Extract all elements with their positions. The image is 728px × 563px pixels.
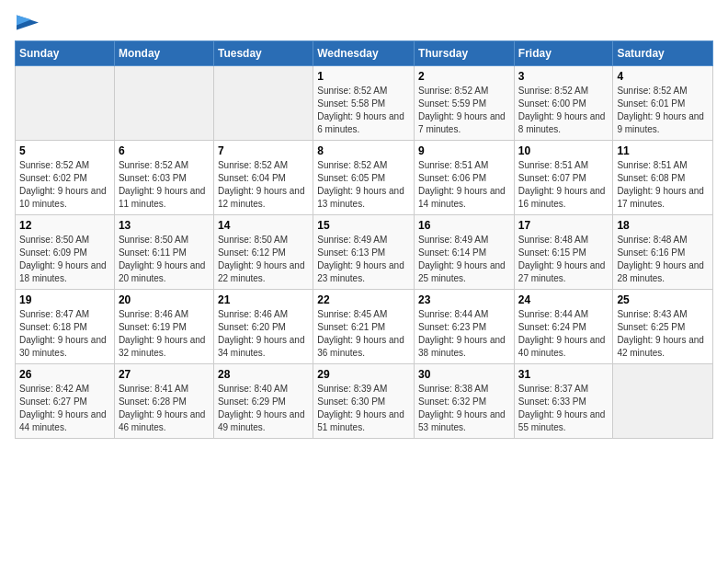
- calendar-cell: 3Sunrise: 8:52 AM Sunset: 6:00 PM Daylig…: [514, 66, 613, 141]
- calendar-week-row: 19Sunrise: 8:47 AM Sunset: 6:18 PM Dayli…: [16, 290, 713, 364]
- logo-flag-icon: [17, 15, 39, 33]
- calendar-cell: 29Sunrise: 8:39 AM Sunset: 6:30 PM Dayli…: [313, 364, 415, 439]
- weekday-header: Wednesday: [313, 41, 415, 66]
- calendar-cell: 6Sunrise: 8:52 AM Sunset: 6:03 PM Daylig…: [114, 141, 213, 215]
- day-info: Sunrise: 8:52 AM Sunset: 5:59 PM Dayligh…: [418, 85, 510, 136]
- day-info: Sunrise: 8:51 AM Sunset: 6:06 PM Dayligh…: [418, 159, 510, 211]
- day-number: 21: [218, 293, 309, 306]
- weekday-header: Monday: [114, 41, 213, 66]
- day-number: 20: [119, 293, 210, 306]
- day-number: 2: [418, 70, 510, 83]
- calendar-cell: 10Sunrise: 8:51 AM Sunset: 6:07 PM Dayli…: [514, 141, 613, 215]
- day-number: 30: [418, 368, 510, 381]
- day-number: 13: [119, 219, 210, 232]
- day-info: Sunrise: 8:37 AM Sunset: 6:33 PM Dayligh…: [518, 383, 609, 434]
- weekday-header: Friday: [514, 41, 613, 66]
- day-number: 31: [518, 368, 609, 381]
- day-info: Sunrise: 8:49 AM Sunset: 6:14 PM Dayligh…: [418, 234, 510, 285]
- day-number: 23: [418, 293, 510, 306]
- day-number: 15: [317, 219, 410, 232]
- day-info: Sunrise: 8:45 AM Sunset: 6:21 PM Dayligh…: [317, 308, 410, 360]
- weekday-header: Saturday: [613, 41, 713, 66]
- day-number: 10: [518, 144, 609, 157]
- calendar-cell: 9Sunrise: 8:51 AM Sunset: 6:06 PM Daylig…: [415, 141, 515, 215]
- day-number: 7: [218, 144, 309, 157]
- day-number: 27: [119, 368, 210, 381]
- weekday-header: Sunday: [16, 41, 115, 66]
- calendar-week-row: 5Sunrise: 8:52 AM Sunset: 6:02 PM Daylig…: [16, 141, 713, 215]
- day-info: Sunrise: 8:38 AM Sunset: 6:32 PM Dayligh…: [418, 383, 510, 434]
- day-info: Sunrise: 8:52 AM Sunset: 6:05 PM Dayligh…: [317, 159, 410, 211]
- day-number: 29: [317, 368, 410, 381]
- calendar-cell: 7Sunrise: 8:52 AM Sunset: 6:04 PM Daylig…: [213, 141, 313, 215]
- calendar-cell: [114, 66, 213, 141]
- calendar-week-row: 26Sunrise: 8:42 AM Sunset: 6:27 PM Dayli…: [16, 364, 713, 439]
- calendar-cell: 25Sunrise: 8:43 AM Sunset: 6:25 PM Dayli…: [613, 290, 713, 364]
- day-info: Sunrise: 8:48 AM Sunset: 6:16 PM Dayligh…: [617, 234, 709, 285]
- day-number: 11: [617, 144, 709, 157]
- day-info: Sunrise: 8:39 AM Sunset: 6:30 PM Dayligh…: [317, 383, 410, 434]
- calendar-cell: 11Sunrise: 8:51 AM Sunset: 6:08 PM Dayli…: [613, 141, 713, 215]
- day-info: Sunrise: 8:50 AM Sunset: 6:12 PM Dayligh…: [218, 234, 309, 285]
- header: [15, 15, 713, 33]
- day-info: Sunrise: 8:40 AM Sunset: 6:29 PM Dayligh…: [218, 383, 309, 434]
- weekday-header: Tuesday: [213, 41, 313, 66]
- calendar-cell: 4Sunrise: 8:52 AM Sunset: 6:01 PM Daylig…: [613, 66, 713, 141]
- calendar-table: SundayMondayTuesdayWednesdayThursdayFrid…: [15, 40, 713, 439]
- day-number: 14: [218, 219, 309, 232]
- day-number: 16: [418, 219, 510, 232]
- day-number: 1: [317, 70, 410, 83]
- calendar-cell: [16, 66, 115, 141]
- calendar-cell: 30Sunrise: 8:38 AM Sunset: 6:32 PM Dayli…: [415, 364, 515, 439]
- calendar-cell: 26Sunrise: 8:42 AM Sunset: 6:27 PM Dayli…: [16, 364, 115, 439]
- calendar-cell: 19Sunrise: 8:47 AM Sunset: 6:18 PM Dayli…: [16, 290, 115, 364]
- day-number: 17: [518, 219, 609, 232]
- day-number: 22: [317, 293, 410, 306]
- day-number: 8: [317, 144, 410, 157]
- day-info: Sunrise: 8:48 AM Sunset: 6:15 PM Dayligh…: [518, 234, 609, 285]
- calendar-cell: 5Sunrise: 8:52 AM Sunset: 6:02 PM Daylig…: [16, 141, 115, 215]
- calendar-cell: 1Sunrise: 8:52 AM Sunset: 5:58 PM Daylig…: [313, 66, 415, 141]
- day-info: Sunrise: 8:51 AM Sunset: 6:07 PM Dayligh…: [518, 159, 609, 211]
- day-info: Sunrise: 8:52 AM Sunset: 6:04 PM Dayligh…: [218, 159, 309, 211]
- day-info: Sunrise: 8:41 AM Sunset: 6:28 PM Dayligh…: [119, 383, 210, 434]
- calendar-cell: 2Sunrise: 8:52 AM Sunset: 5:59 PM Daylig…: [415, 66, 515, 141]
- day-info: Sunrise: 8:52 AM Sunset: 6:01 PM Dayligh…: [617, 85, 709, 136]
- day-info: Sunrise: 8:43 AM Sunset: 6:25 PM Dayligh…: [617, 308, 709, 360]
- calendar-cell: 15Sunrise: 8:49 AM Sunset: 6:13 PM Dayli…: [313, 215, 415, 290]
- calendar-cell: 18Sunrise: 8:48 AM Sunset: 6:16 PM Dayli…: [613, 215, 713, 290]
- day-info: Sunrise: 8:49 AM Sunset: 6:13 PM Dayligh…: [317, 234, 410, 285]
- day-info: Sunrise: 8:52 AM Sunset: 6:02 PM Dayligh…: [19, 159, 110, 211]
- calendar-cell: [213, 66, 313, 141]
- day-info: Sunrise: 8:52 AM Sunset: 6:03 PM Dayligh…: [119, 159, 210, 211]
- calendar-cell: 16Sunrise: 8:49 AM Sunset: 6:14 PM Dayli…: [415, 215, 515, 290]
- day-number: 28: [218, 368, 309, 381]
- day-number: 4: [617, 70, 709, 83]
- day-number: 6: [119, 144, 210, 157]
- calendar-week-row: 1Sunrise: 8:52 AM Sunset: 5:58 PM Daylig…: [16, 66, 713, 141]
- day-number: 9: [418, 144, 510, 157]
- calendar-cell: 12Sunrise: 8:50 AM Sunset: 6:09 PM Dayli…: [16, 215, 115, 290]
- calendar-cell: [613, 364, 713, 439]
- calendar-week-row: 12Sunrise: 8:50 AM Sunset: 6:09 PM Dayli…: [16, 215, 713, 290]
- calendar-cell: 28Sunrise: 8:40 AM Sunset: 6:29 PM Dayli…: [213, 364, 313, 439]
- day-number: 18: [617, 219, 709, 232]
- calendar-cell: 31Sunrise: 8:37 AM Sunset: 6:33 PM Dayli…: [514, 364, 613, 439]
- day-number: 24: [518, 293, 609, 306]
- logo: [15, 15, 39, 33]
- calendar-cell: 13Sunrise: 8:50 AM Sunset: 6:11 PM Dayli…: [114, 215, 213, 290]
- day-number: 19: [19, 293, 110, 306]
- day-number: 25: [617, 293, 709, 306]
- weekday-header: Thursday: [415, 41, 515, 66]
- day-info: Sunrise: 8:50 AM Sunset: 6:11 PM Dayligh…: [119, 234, 210, 285]
- day-number: 12: [19, 219, 110, 232]
- day-info: Sunrise: 8:52 AM Sunset: 6:00 PM Dayligh…: [518, 85, 609, 136]
- calendar-cell: 23Sunrise: 8:44 AM Sunset: 6:23 PM Dayli…: [415, 290, 515, 364]
- day-info: Sunrise: 8:44 AM Sunset: 6:24 PM Dayligh…: [518, 308, 609, 360]
- calendar-cell: 8Sunrise: 8:52 AM Sunset: 6:05 PM Daylig…: [313, 141, 415, 215]
- day-number: 3: [518, 70, 609, 83]
- calendar-cell: 22Sunrise: 8:45 AM Sunset: 6:21 PM Dayli…: [313, 290, 415, 364]
- calendar-cell: 14Sunrise: 8:50 AM Sunset: 6:12 PM Dayli…: [213, 215, 313, 290]
- calendar-cell: 24Sunrise: 8:44 AM Sunset: 6:24 PM Dayli…: [514, 290, 613, 364]
- calendar-cell: 21Sunrise: 8:46 AM Sunset: 6:20 PM Dayli…: [213, 290, 313, 364]
